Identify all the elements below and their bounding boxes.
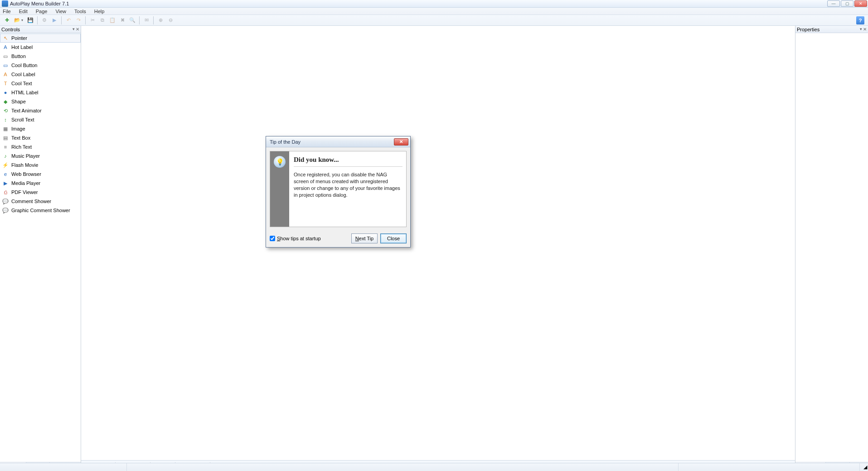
resize-grip-icon[interactable]: ◢: [860, 463, 868, 471]
control-label: Rich Text: [11, 144, 32, 150]
control-label: Hot Label: [11, 44, 33, 50]
button-icon: ▭: [2, 53, 9, 59]
minimize-button[interactable]: —: [827, 0, 840, 7]
separator: [37, 16, 38, 24]
control-label: Media Player: [11, 180, 40, 186]
undo-icon[interactable]: ↶: [64, 16, 73, 24]
dialog-close-button[interactable]: ✕: [394, 138, 408, 146]
control-web-browser[interactable]: eWeb Browser: [0, 170, 81, 179]
control-pdf-viewer[interactable]: ⎙PDF Viewer: [0, 188, 81, 197]
dialog-titlebar[interactable]: Tip of the Day ✕: [266, 136, 410, 147]
control-label: Flash Movie: [11, 162, 38, 168]
status-segment: [0, 463, 127, 471]
separator: [153, 16, 154, 24]
control-cool-label[interactable]: ACool Label: [0, 70, 81, 79]
open-icon[interactable]: 📂: [13, 16, 24, 24]
help-icon[interactable]: ?: [856, 16, 864, 24]
close-button[interactable]: Close: [380, 233, 407, 243]
menu-help[interactable]: Help: [92, 9, 107, 14]
control-html-label[interactable]: ●HTML Label: [0, 88, 81, 97]
body-area: Controls ▾ ✕ ↖PointerAHot Label▭Button▭C…: [0, 26, 868, 471]
copy-icon[interactable]: ⧉: [98, 16, 107, 24]
pin-icon[interactable]: ▾: [73, 27, 75, 32]
dialog-frame: Tip of the Day ✕ 💡 Did you know... Once …: [266, 136, 411, 248]
toolbar: ✚📂💾⚙▶↶↷✂⧉📋✖🔍✉⊕⊖?: [0, 15, 868, 26]
menu-edit[interactable]: Edit: [17, 9, 29, 14]
control-label: Text Animator: [11, 108, 42, 113]
status-segment: [127, 463, 679, 471]
menu-page[interactable]: Page: [34, 9, 49, 14]
control-rich-text[interactable]: ≡Rich Text: [0, 142, 81, 151]
image-icon: ▦: [2, 126, 9, 132]
paste-icon[interactable]: 📋: [108, 16, 116, 24]
separator: [85, 16, 86, 24]
comment-shower-icon: 💬: [2, 198, 9, 204]
tip-content: Did you know... Once registered, you can…: [289, 151, 406, 227]
properties-panel-title: Properties: [797, 27, 820, 32]
html-label-icon: ●: [2, 89, 9, 96]
control-flash-movie[interactable]: ⚡Flash Movie: [0, 160, 81, 170]
delete-icon[interactable]: ✖: [118, 16, 126, 24]
pin-icon[interactable]: ▾: [860, 27, 862, 32]
pointer-icon: ↖: [2, 35, 9, 41]
menu-file[interactable]: File: [1, 9, 13, 14]
show-tips-checkbox[interactable]: Show tips at startup: [270, 236, 321, 241]
panel-close-icon[interactable]: ✕: [863, 27, 867, 32]
design-surface[interactable]: [81, 26, 868, 460]
zoom-out-icon[interactable]: ⊖: [166, 16, 175, 24]
tip-dialog: Tip of the Day ✕ 💡 Did you know... Once …: [266, 136, 411, 243]
tip-text: Once registered, you can disable the NAG…: [294, 171, 402, 198]
show-tips-checkbox-input[interactable]: [270, 236, 275, 241]
save-icon[interactable]: 💾: [26, 16, 34, 24]
menu-tools[interactable]: Tools: [73, 9, 88, 14]
control-label: Button: [11, 53, 26, 59]
window-close-button[interactable]: ✕: [854, 0, 867, 7]
control-shape[interactable]: ◆Shape: [0, 97, 81, 106]
tip-frame: 💡 Did you know... Once registered, you c…: [270, 151, 407, 227]
menu-view[interactable]: View: [53, 9, 68, 14]
text-animator-icon: ⟲: [2, 107, 9, 114]
control-graphic-comment-shower[interactable]: 💬Graphic Comment Shower: [0, 206, 81, 215]
separator: [139, 16, 140, 24]
control-music-player[interactable]: ♪Music Player: [0, 151, 81, 160]
control-button[interactable]: ▭Button: [0, 52, 81, 61]
lightbulb-icon: 💡: [274, 156, 286, 168]
zoom-in-icon[interactable]: ⊕: [156, 16, 165, 24]
control-scroll-text[interactable]: ↕Scroll Text: [0, 115, 81, 124]
redo-icon[interactable]: ↷: [74, 16, 82, 24]
control-label: Text Box: [11, 135, 30, 141]
cool-button-icon: ▭: [2, 62, 9, 68]
cut-icon[interactable]: ✂: [88, 16, 97, 24]
control-cool-text[interactable]: TCool Text: [0, 79, 81, 88]
controls-panel: Controls ▾ ✕ ↖PointerAHot Label▭Button▭C…: [0, 26, 81, 471]
build-icon[interactable]: ⚙: [40, 16, 48, 24]
properties-panel: Properties ▾ ✕ PropertiesActions: [795, 26, 868, 471]
control-image[interactable]: ▦Image: [0, 124, 81, 133]
cool-text-icon: T: [2, 80, 9, 87]
titlebar: AutoPlay Menu Builder 7.1 — ▢ ✕: [0, 0, 868, 8]
run-icon[interactable]: ▶: [50, 16, 58, 24]
status-segment: [679, 463, 860, 471]
control-hot-label[interactable]: AHot Label: [0, 43, 81, 52]
scroll-text-icon: ↕: [2, 117, 9, 123]
tip-heading: Did you know...: [294, 156, 402, 167]
control-pointer[interactable]: ↖Pointer: [0, 34, 81, 43]
next-tip-button[interactable]: Next Tip: [351, 233, 378, 243]
control-cool-button[interactable]: ▭Cool Button: [0, 61, 81, 70]
dialog-title: Tip of the Day: [270, 139, 301, 145]
control-media-player[interactable]: ▶Media Player: [0, 179, 81, 188]
mail-icon[interactable]: ✉: [142, 16, 150, 24]
control-label: Image: [11, 126, 25, 131]
separator: [61, 16, 62, 24]
control-label: Cool Text: [11, 81, 32, 86]
controls-panel-header: Controls ▾ ✕: [0, 26, 81, 33]
find-icon[interactable]: 🔍: [128, 16, 136, 24]
maximize-button[interactable]: ▢: [841, 0, 853, 7]
panel-close-icon[interactable]: ✕: [76, 27, 79, 32]
control-text-animator[interactable]: ⟲Text Animator: [0, 106, 81, 115]
control-comment-shower[interactable]: 💬Comment Shower: [0, 197, 81, 206]
tip-icon-column: 💡: [270, 151, 289, 227]
control-text-box[interactable]: ▤Text Box: [0, 133, 81, 142]
statusbar: ◢: [0, 463, 868, 471]
new-icon[interactable]: ✚: [3, 16, 11, 24]
